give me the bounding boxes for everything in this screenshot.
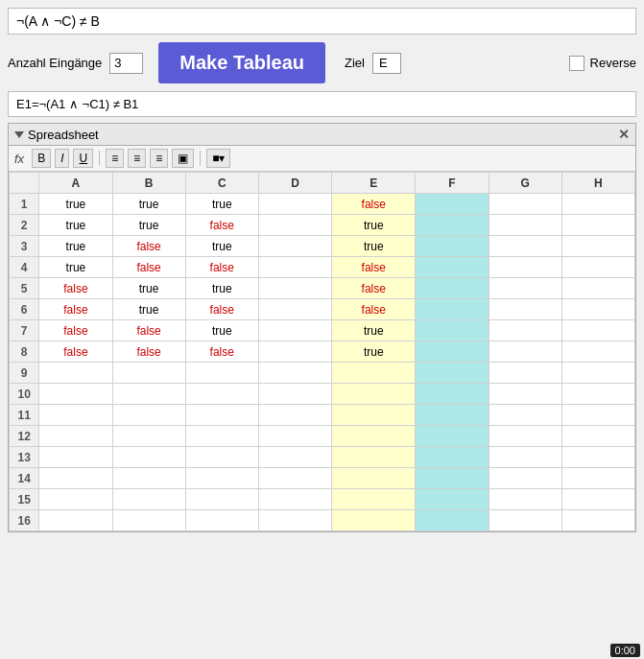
- cell-a-13[interactable]: [39, 447, 112, 468]
- cell-f-13[interactable]: [416, 447, 489, 468]
- cell-f-6[interactable]: [416, 299, 489, 320]
- cell-h-14[interactable]: [561, 468, 634, 489]
- cell-b-13[interactable]: [112, 447, 185, 468]
- cell-a-3[interactable]: true: [39, 236, 112, 257]
- close-icon[interactable]: ✕: [618, 127, 630, 142]
- cell-a-9[interactable]: [39, 363, 112, 384]
- cell-h-1[interactable]: [561, 194, 634, 215]
- cell-d-6[interactable]: [258, 299, 331, 320]
- cell-e-8[interactable]: true: [332, 341, 416, 363]
- cell-g-16[interactable]: [489, 510, 561, 531]
- cell-a-12[interactable]: [39, 426, 112, 447]
- cell-g-5[interactable]: [489, 278, 561, 299]
- cell-a-10[interactable]: [39, 384, 112, 405]
- cell-e-4[interactable]: false: [332, 257, 416, 278]
- cell-h-8[interactable]: [561, 341, 634, 363]
- cell-g-14[interactable]: [489, 468, 561, 489]
- bold-button[interactable]: B: [32, 149, 51, 168]
- cell-e-10[interactable]: [332, 384, 416, 405]
- cell-f-15[interactable]: [416, 489, 489, 510]
- cell-c-4[interactable]: false: [185, 257, 258, 278]
- cell-d-16[interactable]: [258, 510, 331, 531]
- cell-b-6[interactable]: true: [112, 299, 185, 320]
- cell-g-12[interactable]: [489, 426, 561, 447]
- cell-b-1[interactable]: true: [112, 194, 185, 215]
- cell-f-3[interactable]: [416, 236, 489, 257]
- cell-d-15[interactable]: [258, 489, 331, 510]
- cell-e-6[interactable]: false: [332, 299, 416, 320]
- cell-f-9[interactable]: [416, 363, 489, 384]
- cell-a-8[interactable]: false: [39, 341, 112, 363]
- reverse-checkbox[interactable]: [569, 56, 584, 71]
- cell-h-9[interactable]: [561, 363, 634, 384]
- cell-e-5[interactable]: false: [332, 278, 416, 299]
- cell-h-2[interactable]: [561, 215, 634, 236]
- cell-h-5[interactable]: [561, 278, 634, 299]
- make-tableau-button[interactable]: Make Tableau: [158, 42, 325, 83]
- cell-f-11[interactable]: [416, 405, 489, 426]
- cell-e-15[interactable]: [332, 489, 416, 510]
- cell-d-2[interactable]: [258, 215, 331, 236]
- cell-d-5[interactable]: [258, 278, 331, 299]
- cell-b-16[interactable]: [112, 510, 185, 531]
- cell-g-6[interactable]: [489, 299, 561, 320]
- cell-a-16[interactable]: [39, 510, 112, 531]
- cell-h-7[interactable]: [561, 320, 634, 341]
- cell-d-10[interactable]: [258, 384, 331, 405]
- cell-b-15[interactable]: [112, 489, 185, 510]
- cell-c-12[interactable]: [185, 426, 258, 447]
- cell-h-10[interactable]: [561, 384, 634, 405]
- cell-d-1[interactable]: [258, 194, 331, 215]
- cell-c-10[interactable]: [185, 384, 258, 405]
- cell-f-4[interactable]: [416, 257, 489, 278]
- underline-button[interactable]: U: [73, 149, 93, 168]
- cell-a-14[interactable]: [39, 468, 112, 489]
- eingaenge-input[interactable]: [109, 53, 143, 74]
- cell-d-4[interactable]: [258, 257, 331, 278]
- cell-e-13[interactable]: [332, 447, 416, 468]
- cell-g-1[interactable]: [489, 194, 561, 215]
- cell-c-16[interactable]: [185, 510, 258, 531]
- cell-h-15[interactable]: [561, 489, 634, 510]
- cell-f-10[interactable]: [416, 384, 489, 405]
- cell-c-13[interactable]: [185, 447, 258, 468]
- cell-c-9[interactable]: [185, 363, 258, 384]
- color-button[interactable]: ▣: [172, 149, 194, 168]
- cell-d-3[interactable]: [258, 236, 331, 257]
- cell-h-11[interactable]: [561, 405, 634, 426]
- cell-b-8[interactable]: false: [112, 341, 185, 363]
- cell-e-14[interactable]: [332, 468, 416, 489]
- cell-d-12[interactable]: [258, 426, 331, 447]
- cell-g-8[interactable]: [489, 341, 561, 363]
- cell-b-2[interactable]: true: [112, 215, 185, 236]
- cell-c-2[interactable]: false: [185, 215, 258, 236]
- cell-g-9[interactable]: [489, 363, 561, 384]
- cell-c-6[interactable]: false: [185, 299, 258, 320]
- cell-e-3[interactable]: true: [332, 236, 416, 257]
- cell-d-9[interactable]: [258, 363, 331, 384]
- cell-d-7[interactable]: [258, 320, 331, 341]
- italic-button[interactable]: I: [55, 149, 69, 168]
- cell-c-7[interactable]: true: [185, 320, 258, 341]
- cell-e-2[interactable]: true: [332, 215, 416, 236]
- cell-e-1[interactable]: false: [332, 194, 416, 215]
- cell-c-15[interactable]: [185, 489, 258, 510]
- cell-b-12[interactable]: [112, 426, 185, 447]
- cell-e-12[interactable]: [332, 426, 416, 447]
- cell-b-4[interactable]: false: [112, 257, 185, 278]
- cell-h-16[interactable]: [561, 510, 634, 531]
- cell-h-4[interactable]: [561, 257, 634, 278]
- align-left-button[interactable]: ≡: [106, 149, 124, 168]
- cell-f-1[interactable]: [416, 194, 489, 215]
- cell-h-12[interactable]: [561, 426, 634, 447]
- cell-d-8[interactable]: [258, 341, 331, 363]
- cell-c-14[interactable]: [185, 468, 258, 489]
- cell-a-4[interactable]: true: [39, 257, 112, 278]
- cell-c-8[interactable]: false: [185, 341, 258, 363]
- cell-b-9[interactable]: [112, 363, 185, 384]
- cell-a-7[interactable]: false: [39, 320, 112, 341]
- cell-a-15[interactable]: [39, 489, 112, 510]
- cell-d-11[interactable]: [258, 405, 331, 426]
- cell-g-4[interactable]: [489, 257, 561, 278]
- cell-b-5[interactable]: true: [112, 278, 185, 299]
